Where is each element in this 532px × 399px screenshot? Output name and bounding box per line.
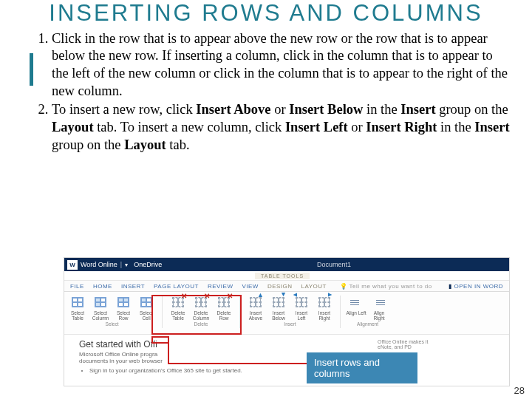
- word-small-icon: ▮: [449, 283, 452, 291]
- group-insert: ▲Insert Above ▲Insert Below ▲Insert Left…: [245, 294, 335, 334]
- group-select: Select Table Select Column Select Row Se…: [67, 294, 157, 334]
- document-area: Get started with Offi Microsoft Office O…: [64, 335, 509, 386]
- word-icon: W: [67, 260, 78, 270]
- ribbon-tabs: FILE HOME INSERT PAGE LAYOUT REVIEW VIEW…: [64, 281, 509, 292]
- cmd-delete-table[interactable]: ✕Delete Table: [168, 294, 188, 321]
- app-name: Word Online: [81, 261, 117, 268]
- cmd-align-left[interactable]: Align Left: [346, 294, 366, 321]
- table-tools-label: TABLE TOOLS: [255, 273, 310, 279]
- cmd-insert-below[interactable]: ▲Insert Below: [268, 294, 289, 321]
- arrow-left-icon: ▲: [291, 292, 299, 299]
- step-2: To insert a new row, click Insert Above …: [52, 101, 511, 154]
- tab-home[interactable]: HOME: [93, 283, 112, 291]
- arrow-up-icon: ▲: [257, 291, 264, 299]
- tell-me-box[interactable]: 💡Tell me what you want to do: [340, 283, 440, 291]
- cmd-align-right[interactable]: Align Right: [369, 294, 389, 321]
- x-icon: ✕: [227, 292, 233, 300]
- step-1: Click in the row that is to appear above…: [52, 30, 511, 100]
- cmd-insert-right[interactable]: ▲Insert Right: [314, 294, 335, 321]
- tab-view[interactable]: VIEW: [242, 283, 258, 291]
- tab-review[interactable]: REVIEW: [208, 283, 233, 291]
- arrow-right-icon: ▲: [327, 292, 335, 299]
- cmd-select-cell[interactable]: Select Cell: [136, 294, 157, 321]
- cmd-insert-above[interactable]: ▲Insert Above: [245, 294, 266, 321]
- titlebar: W Word Online |▾ OneDrive Document1: [64, 258, 509, 271]
- tab-design[interactable]: DESIGN: [267, 283, 293, 291]
- instruction-list: Click in the row that is to appear above…: [52, 30, 511, 154]
- group-delete: ✕Delete Table ✕Delete Column ✕Delete Row…: [168, 294, 234, 334]
- breadcrumb-location[interactable]: OneDrive: [134, 261, 162, 268]
- cmd-delete-column[interactable]: ✕Delete Column: [191, 294, 211, 321]
- word-online-screenshot: W Word Online |▾ OneDrive Document1 TABL…: [64, 257, 510, 386]
- tab-pagelayout[interactable]: PAGE LAYOUT: [154, 283, 199, 291]
- cmd-select-row[interactable]: Select Row: [113, 294, 134, 321]
- x-icon: ✕: [204, 292, 210, 300]
- doc-line: Microsoft Office Online progra: [79, 351, 494, 358]
- arrow-down-icon: ▲: [280, 291, 287, 299]
- bulb-icon: 💡: [340, 283, 348, 291]
- x-icon: ✕: [181, 292, 187, 300]
- tab-file[interactable]: FILE: [70, 283, 84, 291]
- tab-layout[interactable]: LAYOUT: [301, 283, 327, 291]
- doc-name: Document1: [317, 261, 351, 268]
- ribbon-body: Select Table Select Column Select Row Se…: [64, 292, 509, 335]
- cmd-select-column[interactable]: Select Column: [90, 294, 111, 321]
- doc-line: documents in your web browser: [79, 358, 494, 364]
- open-in-word[interactable]: ▮ OPEN IN WORD: [449, 283, 503, 291]
- slide-title: INSERTING ROWS AND COLUMNS: [0, 0, 532, 26]
- context-row: TABLE TOOLS: [64, 271, 509, 281]
- doc-right-text: eNote, and PD: [378, 344, 496, 349]
- page-number: 28: [514, 385, 525, 396]
- doc-right-text: Office Online makes it: [378, 339, 496, 344]
- accent-bar: [30, 53, 33, 86]
- doc-bullet: Sign in to your organization's Office 36…: [89, 367, 494, 374]
- group-alignment: Align Left Align Right Alignment: [346, 294, 389, 334]
- cmd-insert-left[interactable]: ▲Insert Left: [291, 294, 312, 321]
- cmd-delete-row[interactable]: ✕Delete Row: [214, 294, 234, 321]
- cmd-select-table[interactable]: Select Table: [67, 294, 88, 321]
- tab-insert[interactable]: INSERT: [121, 283, 145, 291]
